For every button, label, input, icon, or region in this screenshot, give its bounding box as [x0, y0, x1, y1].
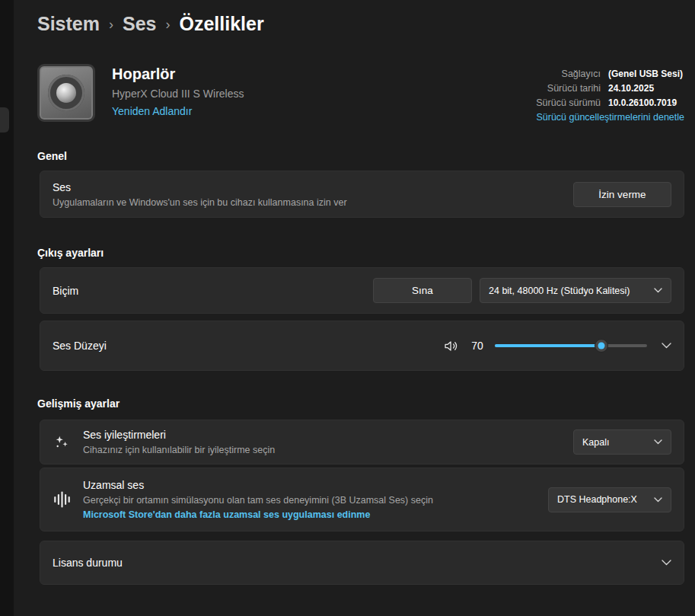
format-dropdown[interactable]: 24 bit, 48000 Hz (Stüdyo Kalitesi) — [480, 278, 671, 303]
section-title-general: Genel — [37, 150, 684, 162]
license-status-title: Lisans durumu — [53, 557, 662, 569]
volume-card: Ses Düzeyi 70 — [40, 321, 684, 371]
test-sound-button[interactable]: Sına — [373, 278, 472, 303]
volume-slider-fill — [495, 344, 601, 347]
volume-value: 70 — [469, 340, 486, 352]
breadcrumb-separator-icon: › — [165, 14, 170, 33]
volume-text: Ses Düzeyi — [53, 340, 443, 352]
section-title-output: Çıkış ayarları — [37, 247, 684, 259]
format-text: Biçim — [53, 285, 373, 297]
speaker-volume-icon[interactable] — [443, 338, 459, 354]
driver-version-label: Sürücü sürümü — [536, 97, 601, 108]
volume-controls: 70 — [443, 338, 671, 354]
breadcrumb: Sistem › Ses › Özellikler — [37, 0, 684, 37]
spatial-sound-dropdown-value: DTS Headphone:X — [557, 494, 637, 505]
breadcrumb-ses[interactable]: Ses — [123, 13, 156, 35]
audio-enhancements-dropdown[interactable]: Kapalı — [573, 429, 671, 455]
volume-expand-chevron-icon[interactable] — [662, 343, 671, 349]
rename-link[interactable]: Yeniden Adlandır — [112, 105, 192, 117]
spatial-sound-dropdown[interactable]: DTS Headphone:X — [548, 487, 671, 512]
driver-date-value: 24.10.2025 — [608, 83, 654, 94]
format-card: Biçim Sına 24 bit, 48000 Hz (Stüdyo Kali… — [40, 267, 684, 314]
chevron-down-icon — [654, 439, 662, 445]
audio-enhancements-icon — [53, 434, 71, 451]
driver-info: Sağlayıcı (Genel USB Sesi) Sürücü tarihi… — [536, 64, 684, 123]
speaker-ring — [48, 75, 84, 111]
section-title-advanced: Gelişmiş ayarlar — [37, 397, 684, 410]
volume-slider[interactable] — [495, 338, 647, 353]
audio-enhancements-description: Cihazınız için kullanılabilir bir iyileş… — [83, 445, 573, 455]
allow-audio-button[interactable]: İzin verme — [573, 182, 671, 207]
spatial-sound-card: Uzamsal ses Gerçekçi bir ortamın simülas… — [40, 468, 684, 531]
driver-provider-label: Sağlayıcı — [562, 69, 601, 79]
license-expand-chevron-icon[interactable] — [662, 560, 671, 566]
nav-selected-item-edge[interactable] — [0, 107, 9, 132]
volume-slider-thumb[interactable] — [595, 339, 608, 353]
audio-permission-card: Ses Uygulamaların ve Windows'un ses için… — [40, 171, 684, 218]
spatial-sound-store-link[interactable]: Microsoft Store'dan daha fazla uzamsal s… — [83, 509, 370, 520]
audio-enhancements-text: Ses iyileştirmeleri Cihazınız için kulla… — [83, 429, 573, 455]
audio-permission-text: Ses Uygulamaların ve Windows'un ses için… — [53, 181, 573, 208]
nav-rail — [0, 0, 14, 616]
audio-permission-title: Ses — [53, 181, 573, 193]
spatial-sound-description: Gerçekçi bir ortamın simülasyonu olan ta… — [83, 495, 548, 506]
license-status-card[interactable]: Lisans durumu — [40, 541, 684, 585]
chevron-down-icon — [654, 497, 662, 503]
driver-version-value: 10.0.26100.7019 — [608, 97, 677, 108]
breadcrumb-separator-icon: › — [109, 14, 113, 33]
audio-enhancements-dropdown-value: Kapalı — [582, 437, 609, 448]
spatial-dropdown-wrap: DTS Headphone:X — [548, 487, 671, 512]
breadcrumb-ozellikler: Özellikler — [179, 13, 263, 35]
spatial-sound-title: Uzamsal ses — [83, 479, 548, 491]
sound-properties-page: Sistem › Ses › Özellikler Hoparlör Hyper… — [37, 0, 684, 585]
speaker-cone — [56, 83, 76, 103]
device-name: Hoparlör — [112, 65, 244, 83]
check-driver-updates-link[interactable]: Sürücü güncelleştirmelerini denetle — [536, 112, 684, 123]
chevron-down-icon — [654, 288, 662, 293]
volume-title: Ses Düzeyi — [53, 340, 443, 352]
speaker-device-image — [37, 64, 95, 122]
spatial-sound-text: Uzamsal ses Gerçekçi bir ortamın simülas… — [83, 479, 548, 521]
driver-provider-value: (Genel USB Sesi) — [608, 69, 683, 79]
spatial-sound-icon — [53, 491, 71, 508]
device-header: Hoparlör HyperX Cloud III S Wireless Yen… — [37, 64, 684, 123]
device-text: Hoparlör HyperX Cloud III S Wireless Yen… — [112, 64, 244, 118]
format-dropdown-value: 24 bit, 48000 Hz (Stüdyo Kalitesi) — [489, 286, 630, 296]
audio-permission-description: Uygulamaların ve Windows'un ses için bu … — [53, 197, 573, 208]
license-status-text: Lisans durumu — [53, 557, 662, 569]
format-title: Biçim — [53, 285, 373, 297]
audio-enhancements-title: Ses iyileştirmeleri — [83, 429, 573, 441]
breadcrumb-sistem[interactable]: Sistem — [37, 13, 100, 35]
audio-enhancements-card: Ses iyileştirmeleri Cihazınız için kulla… — [40, 420, 684, 464]
driver-date-label: Sürücü tarihi — [547, 83, 601, 94]
device-model: HyperX Cloud III S Wireless — [112, 88, 244, 100]
